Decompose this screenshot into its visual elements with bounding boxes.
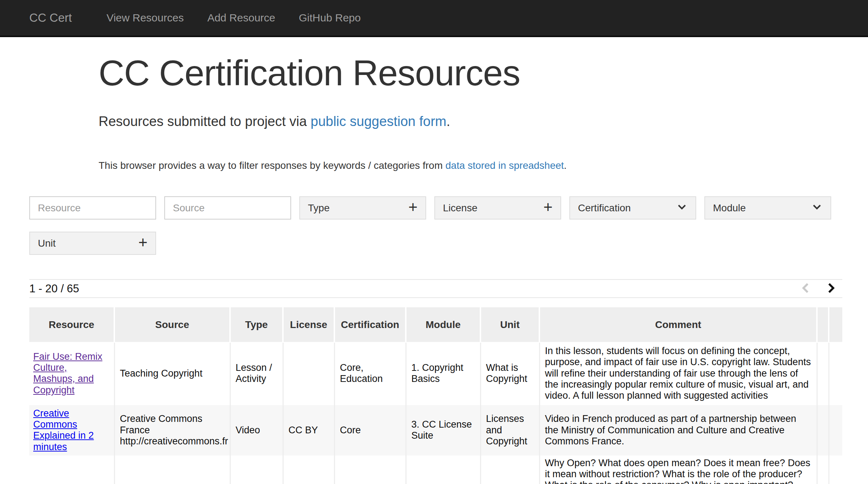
license-cell: CC BY- xyxy=(283,456,334,484)
comment-cell: In this lesson, students will focus on d… xyxy=(539,342,817,405)
nav-item-view-resources[interactable]: View Resources xyxy=(95,12,195,24)
empty-cell xyxy=(829,342,842,405)
pagination-bar: 1 - 20 / 65 xyxy=(29,279,842,298)
public-suggestion-form-link[interactable]: public suggestion form xyxy=(311,114,447,129)
certification-cell: Core, Education xyxy=(334,342,406,405)
pagination-range: 1 - 20 / 65 xyxy=(29,282,79,295)
description-text: This browser provides a way to filter re… xyxy=(99,160,445,171)
certification-cell: Core, xyxy=(334,456,406,484)
table-row: Creative Commons Explained in 2 minutes … xyxy=(29,405,842,456)
filter-row-1: Type + License + Certification Module xyxy=(29,196,842,220)
filter-row-2: Unit + xyxy=(29,232,842,255)
resource-cell: Fair Use: Remix Culture, Mashups, and Co… xyxy=(29,342,114,405)
unit-cell: What is Copyright xyxy=(480,342,539,405)
plus-icon: + xyxy=(408,199,418,215)
unit-cell: Licenses and Copyright xyxy=(480,405,539,456)
resources-table: Resource Source Type License Certificati… xyxy=(29,307,842,484)
type-filter-label: Type xyxy=(308,202,330,214)
subtitle-period: . xyxy=(447,114,450,129)
resource-filter-input[interactable] xyxy=(29,196,156,220)
navbar: CC Cert View Resources Add Resource GitH… xyxy=(0,0,868,37)
plus-icon: + xyxy=(138,235,148,250)
column-header-module: Module xyxy=(406,307,480,342)
chevron-down-icon xyxy=(676,201,688,215)
type-cell: Video xyxy=(230,405,283,456)
column-header-empty-2 xyxy=(829,307,842,342)
empty-cell xyxy=(829,405,842,456)
license-filter-button[interactable]: License + xyxy=(434,196,561,220)
type-cell: Lesson / Activity xyxy=(230,342,283,405)
unit-filter-button[interactable]: Unit + xyxy=(29,232,156,255)
source-cell: Teaching Copyright xyxy=(114,342,230,405)
subtitle: Resources submitted to project via publi… xyxy=(99,114,868,129)
description: This browser provides a way to filter re… xyxy=(99,160,868,171)
resource-link[interactable]: Creative Commons Explained in 2 minutes xyxy=(33,408,94,452)
nav-link-github-repo[interactable]: GitHub Repo xyxy=(287,12,373,24)
module-cell: 3. CC License Suite xyxy=(406,405,480,456)
type-filter-button[interactable]: Type + xyxy=(299,196,426,220)
resource-cell: Why Open? xyxy=(29,456,114,484)
certification-select-label: Certification xyxy=(578,202,631,214)
navbar-brand[interactable]: CC Cert xyxy=(29,11,72,25)
module-select[interactable]: Module xyxy=(704,196,831,220)
nav-link-add-resource[interactable]: Add Resource xyxy=(195,12,287,24)
pagination-arrows xyxy=(799,281,842,296)
column-header-unit: Unit xyxy=(480,307,539,342)
table-header-row: Resource Source Type License Certificati… xyxy=(29,307,842,342)
empty-cell xyxy=(817,342,829,405)
empty-cell xyxy=(817,405,829,456)
nav-item-github-repo[interactable]: GitHub Repo xyxy=(287,12,373,24)
column-header-comment: Comment xyxy=(539,307,817,342)
certification-select[interactable]: Certification xyxy=(569,196,696,220)
column-header-type: Type xyxy=(230,307,283,342)
hero-section: CC Certification Resources Resources sub… xyxy=(0,54,868,171)
license-cell: CC BY xyxy=(283,405,334,456)
nav-item-add-resource[interactable]: Add Resource xyxy=(195,12,287,24)
description-period: . xyxy=(564,160,567,171)
table-row: Why Open? P2PU Course CC BY- Core, 2. Th… xyxy=(29,456,842,484)
comment-cell: Video in French produced as part of a pa… xyxy=(539,405,817,456)
license-filter-label: License xyxy=(443,202,478,214)
subtitle-text: Resources submitted to project via xyxy=(99,114,311,129)
column-header-certification: Certification xyxy=(334,307,406,342)
unit-filter-label: Unit xyxy=(38,238,56,249)
navbar-links: View Resources Add Resource GitHub Repo xyxy=(84,12,373,24)
plus-icon: + xyxy=(543,199,553,215)
comment-cell: Why Open? What does open mean? Does it m… xyxy=(539,456,817,484)
resource-cell: Creative Commons Explained in 2 minutes xyxy=(29,405,114,456)
main-content: Type + License + Certification Module Un… xyxy=(0,196,842,484)
module-cell: 1. Copyright Basics xyxy=(406,342,480,405)
chevron-down-icon xyxy=(811,201,823,215)
source-cell: P2PU xyxy=(114,456,230,484)
empty-cell xyxy=(817,456,829,484)
chevron-right-icon xyxy=(824,281,838,296)
unit-cell: Commons xyxy=(480,456,539,484)
empty-cell xyxy=(829,456,842,484)
source-cell: Creative Commons France http://creativec… xyxy=(114,405,230,456)
chevron-left-icon xyxy=(799,281,813,296)
next-page-button[interactable] xyxy=(824,281,838,296)
column-header-resource: Resource xyxy=(29,307,114,342)
nav-link-view-resources[interactable]: View Resources xyxy=(95,12,195,24)
module-select-label: Module xyxy=(713,202,746,214)
certification-cell: Core xyxy=(334,405,406,456)
spreadsheet-link[interactable]: data stored in spreadsheet xyxy=(445,160,564,171)
page-title: CC Certification Resources xyxy=(99,54,868,92)
column-header-source: Source xyxy=(114,307,230,342)
column-header-license: License xyxy=(283,307,334,342)
resource-link[interactable]: Fair Use: Remix Culture, Mashups, and Co… xyxy=(33,351,103,395)
table-row: Fair Use: Remix Culture, Mashups, and Co… xyxy=(29,342,842,405)
column-header-empty-1 xyxy=(817,307,829,342)
type-cell: Course xyxy=(230,456,283,484)
source-filter-input[interactable] xyxy=(164,196,291,220)
prev-page-button[interactable] xyxy=(799,281,813,296)
license-cell xyxy=(283,342,334,405)
module-cell: 2. The xyxy=(406,456,480,484)
